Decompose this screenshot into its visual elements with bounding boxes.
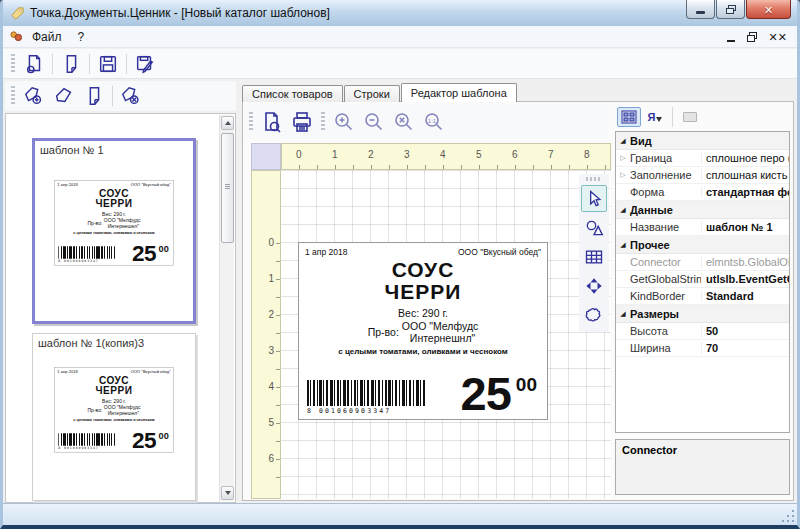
ruler-tick: 1 [332,149,338,160]
zoom-actual-button[interactable]: 1:1 [419,109,449,135]
label-product-name[interactable]: СОУСЧЕРРИ [299,259,547,303]
label-description[interactable]: с целыми томатами, оливками и чесноком [299,347,547,356]
scrollbar-thumb[interactable] [221,133,234,243]
property-row[interactable]: ▷Границасплошное перо (Colo [616,150,789,167]
mdi-restore-button[interactable] [747,32,757,42]
category-label: Размеры [630,308,679,320]
toolbar-grip[interactable] [11,86,15,106]
menu-help[interactable]: ? [70,28,93,46]
toolbar-grip[interactable] [249,112,253,132]
mdi-close-button[interactable] [769,31,787,43]
toolbar-grip[interactable] [321,112,325,132]
ruler-tick: 4 [268,381,274,392]
zoom-reset-button[interactable] [389,109,419,135]
template-tag-button[interactable] [49,83,79,109]
table-icon [584,247,604,267]
property-row[interactable]: ▷Заполнениесплошная кисть (Co [616,167,789,184]
ruler-tick: 2 [268,309,274,320]
print-button[interactable] [287,109,317,135]
property-row[interactable]: Высота50 [616,323,789,340]
toolbar-separator [112,86,113,106]
categorized-view-button[interactable] [617,107,641,127]
zoom-in-button[interactable] [329,109,359,135]
property-row[interactable]: Connectorelmntsb.GlobalObject [616,254,789,271]
resize-grip[interactable] [782,510,795,523]
title-bar[interactable]: Точка.Документы.Ценник - [Новый каталог … [3,0,797,26]
expand-icon[interactable]: ▷ [616,171,630,179]
menu-file[interactable]: Файл [24,28,70,46]
label-producer[interactable]: Пр-во:ООО "МелфудсИнтернешнл" [299,320,547,344]
scroll-up-button[interactable] [221,116,234,130]
save-as-button[interactable] [130,51,160,77]
property-row[interactable]: Ширина70 [616,340,789,357]
property-description-title: Connector [622,444,677,456]
label-date[interactable]: 1 апр 2018 [305,247,347,257]
label-date: 1 апр 2018 [57,182,77,187]
category-row[interactable]: ◢Вид [616,132,789,150]
template-card-2[interactable]: шаблон № 1(копия)3 1 апр 2018ООО "Вкусны… [32,333,196,501]
property-row[interactable]: GetGlobalStrinutlslb.EventGetGl [616,271,789,288]
zoom-in-icon [332,110,356,134]
shapes-tool-button[interactable] [581,214,607,241]
label-price: 2500 [132,244,169,262]
ruler-tick: 0 [268,237,274,248]
tab-template-editor[interactable]: Редактор шаблона [401,83,517,102]
property-row[interactable]: KindBorderStandard [616,288,789,305]
category-row[interactable]: ◢Данные [616,201,789,219]
label-vendor: ООО "Вкусный обед" [130,182,170,187]
arrow-down-icon [225,491,231,495]
polygon-tool-button[interactable] [581,301,607,328]
preview-button[interactable] [257,109,287,135]
price-label-design[interactable]: 1 апр 2018ООО "Вкусный обед" СОУСЧЕРРИ В… [298,242,548,420]
template-card-1[interactable]: шаблон № 1 1 апр 2018ООО "Вкусный обед" … [32,138,196,324]
save-button[interactable] [93,51,123,77]
transform-tool-button[interactable] [581,272,607,299]
minimize-button[interactable] [686,0,715,19]
expand-icon[interactable]: ▷ [616,154,630,162]
sort-alphabetical-button[interactable]: Я [643,107,667,127]
barcode[interactable]: 8 001060903347 [307,380,427,415]
mdi-minimize-button[interactable] [727,40,735,42]
label-price[interactable]: 2500 [461,375,537,414]
zoom-out-icon [362,110,386,134]
cursor-tool-button[interactable] [581,185,607,212]
ruler-tick: 3 [268,345,274,356]
label-weight: Вес: 290 г. [54,211,173,217]
vertical-ruler: 0 1 2 3 4 5 6 [251,170,281,499]
toolbar-grip[interactable] [11,54,15,74]
toolstrip-grip[interactable] [586,177,602,181]
zoom-out-button[interactable] [359,109,389,135]
main-toolbar [3,49,797,79]
scroll-down-button[interactable] [221,486,234,500]
ruler-tick: 4 [440,149,446,160]
template-button[interactable] [56,51,86,77]
ruler-tick: 3 [404,149,410,160]
delete-template-button[interactable] [116,83,146,109]
add-template-button[interactable] [19,83,49,109]
tab-product-list[interactable]: Список товаров [242,85,343,102]
close-button[interactable] [746,0,791,19]
new-catalog-icon [23,53,45,75]
template-list-scrollbar[interactable] [219,115,234,501]
window-controls [685,0,791,19]
sort-az-icon: Я [648,111,656,123]
property-row[interactable]: Формастандартная фор [616,184,789,201]
category-row[interactable]: ◢Прочее [616,236,789,254]
restore-icon [726,5,736,14]
template-name: шаблон № 1(копия)3 [33,334,195,349]
label-vendor[interactable]: ООО "Вкусный обед" [458,247,541,257]
tab-rows[interactable]: Строки [344,85,400,102]
property-pages-button[interactable] [678,107,702,127]
label-weight[interactable]: Вес: 290 г. [299,307,547,319]
design-toolstrip [579,174,609,332]
restore-button[interactable] [716,0,745,19]
editor-toolbar: 1:1 [245,105,607,139]
table-tool-button[interactable] [581,243,607,270]
new-catalog-button[interactable] [19,51,49,77]
design-canvas[interactable]: 1 апр 2018ООО "Вкусный обед" СОУСЧЕРРИ В… [281,170,611,499]
category-row[interactable]: ◢Размеры [616,305,789,323]
copy-template-button[interactable] [79,83,109,109]
property-row[interactable]: Названиешаблон № 1 [616,219,789,236]
barcode-digits: 8 001060903347 [307,407,427,415]
template-thumbnail: 1 апр 2018ООО "Вкусный обед" СОУСЧЕРРИ В… [54,367,175,453]
